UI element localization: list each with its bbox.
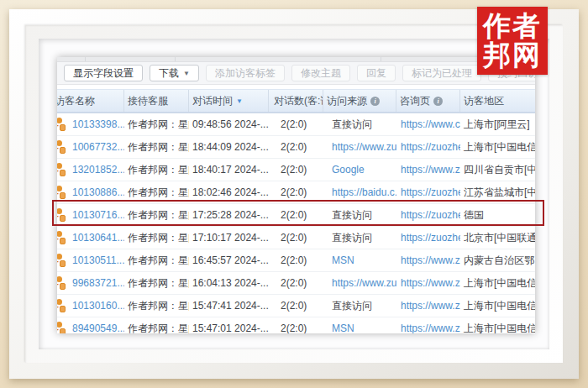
add-visitor-icon[interactable]: + [57,186,66,200]
toolbar-add-visitor-tag-button[interactable]: 添加访客标签 [206,65,285,81]
table-row[interactable]: + 10133398... 作者邦网：星阑 09:48:56 2024-... … [57,113,535,136]
add-visitor-icon[interactable]: + [57,276,66,291]
visit-source-cell: MSN [323,254,396,266]
table-row[interactable]: + 10067732... 作者邦网：星阑 18:44:09 2024-... … [57,136,535,159]
avatar-body [60,147,66,154]
sort-desc-icon[interactable]: ▼ [236,97,243,105]
add-visitor-icon[interactable]: + [57,299,66,313]
message-count-cell: 2(2:0) [269,232,323,244]
consult-page-link[interactable]: https://www.zu... [401,277,460,289]
agent-cell: 作者邦网：星阑 [124,254,189,268]
visit-source-cell: Google [323,164,396,176]
visitor-name-cell: + 10130511... [57,254,124,268]
consult-page-link[interactable]: https://zuozhe... [401,141,460,153]
table-row[interactable]: + 10130641... 作者邦网：星阑 17:10:17 2024-... … [57,227,535,249]
visit-source-value[interactable]: Google [332,164,365,176]
caret-down-icon: ▼ [183,70,190,77]
visit-source-value[interactable]: MSN [332,322,354,333]
chat-time-cell: 16:45:57 2024-... [189,254,269,266]
toolbar-download-button[interactable]: 下载▼ [150,65,199,81]
visit-source-cell: https://www.zu... [323,141,396,153]
avatar-body [60,238,66,244]
consult-page-link[interactable]: https://www.zu... [401,254,460,266]
info-icon[interactable]: i [370,97,380,106]
column-label: 接待客服 [128,94,168,108]
consult-page-link[interactable]: https://zuozhe... [401,232,460,244]
consult-page-link[interactable]: https://zuozhe... [401,186,460,198]
visit-source-value[interactable]: https://baidu.c... [332,186,396,198]
visitor-id-link[interactable]: 10133398... [72,118,124,130]
visitor-name-cell: + 10067732... [57,140,124,155]
visitor-id-link[interactable]: 13201852... [72,164,124,176]
column-label: 咨询页 [400,94,430,108]
visit-source-value[interactable]: MSN [332,254,354,266]
consult-page-link[interactable]: https://www.ch... [401,118,460,130]
toolbar: 显示字段设置下载▼添加访客标签修改主题回复标记为已处理预约回访删除 [57,62,535,85]
chat-time-cell: 17:10:17 2024-... [189,232,269,244]
add-visitor-icon[interactable]: + [57,140,66,155]
visitor-id-link[interactable]: 10130716... [72,209,124,221]
message-count-cell: 2(2:0) [269,141,323,153]
add-visitor-icon[interactable]: + [57,163,66,177]
visit-source-value[interactable]: https://www.zu... [332,141,396,153]
agent-cell: 作者邦网：星阑 [124,140,189,155]
visitor-id-link[interactable]: 10130641... [72,232,124,244]
add-visitor-icon[interactable]: + [57,254,66,268]
visitor-id-link[interactable]: 10130886... [72,186,124,198]
avatar-body [60,192,66,199]
toolbar-modify-theme-button[interactable]: 修改主题 [291,65,350,81]
table-row[interactable]: + 10130160... 作者邦网：星阑 15:47:41 2024-... … [57,295,535,317]
agent-cell: 作者邦网：星阑 [124,163,189,177]
visitor-region-cell: 德国 [460,208,535,223]
consult-page-link[interactable]: https://zuozhe... [401,209,460,221]
avatar-body [60,260,66,267]
consult-page-link[interactable]: https://www.zu... [401,164,460,176]
table-body: + 10133398... 作者邦网：星阑 09:48:56 2024-... … [57,113,535,333]
chat-time-cell: 18:44:09 2024-... [189,141,269,153]
agent-cell: 作者邦网：星阑 [124,118,189,132]
brand-logo: 作者 邦网 [477,7,548,75]
visitor-region-cell: 上海市[中国电信 [460,322,535,334]
visit-source-cell: https://baidu.c... [323,186,396,198]
agent-cell: 作者邦网：星阑 [124,231,189,245]
consult-page-cell: https://www.zu... [396,300,460,312]
visitor-id-link[interactable]: 89490549... [72,322,124,333]
visit-source-cell: https://www.zu... [323,277,396,289]
column-label: 对话时间 [192,94,233,108]
visitor-name-cell: + 10130716... [57,208,124,223]
info-icon[interactable]: i [433,97,443,106]
visit-source-value: 直接访问 [332,232,372,244]
column-label: 对话数(客:访) [274,94,323,108]
chat-time-cell: 17:25:28 2024-... [189,209,269,221]
table-row[interactable]: + 99683721... 作者邦网：星阑 16:04:13 2024-... … [57,272,535,295]
consult-page-link[interactable]: https://www.zu... [401,300,460,312]
plus-glyph: + [57,302,59,312]
table-row[interactable]: + 13201852... 作者邦网：星阑 18:40:17 2024-... … [57,159,535,181]
plus-glyph: + [57,189,59,199]
visitor-id-link[interactable]: 10130160... [72,300,124,312]
add-visitor-icon[interactable]: + [57,118,66,132]
column-label: 访客地区 [464,94,504,108]
consult-page-cell: https://www.zu... [396,322,460,333]
column-header-agent: 接待客服 [124,90,189,112]
consult-page-cell: https://zuozhe... [396,232,460,244]
toolbar-mark-processed-button[interactable]: 标记为已处理 [402,65,481,81]
column-header-chat-time[interactable]: 对话时间 ▼ [189,90,269,112]
add-visitor-icon[interactable]: + [57,231,66,245]
consult-page-link[interactable]: https://www.zu... [401,322,460,333]
add-visitor-icon[interactable]: + [57,208,66,223]
table-row[interactable]: + 10130511... 作者邦网：星阑 16:45:57 2024-... … [57,249,535,272]
visitor-id-link[interactable]: 99683721... [72,277,124,289]
visit-source-value[interactable]: https://www.zu... [332,277,396,289]
table-row[interactable]: + 89490549... 作者邦网：星阑 15:47:01 2024-... … [57,317,535,333]
table-row[interactable]: + 10130716... 作者邦网：星阑 17:25:28 2024-... … [57,204,535,227]
visitor-region-cell: 上海市[中国电信 [460,299,535,313]
visitor-id-link[interactable]: 10067732... [72,141,124,153]
add-visitor-icon[interactable]: + [57,322,66,334]
visitor-id-link[interactable]: 10130511... [72,254,124,266]
toolbar-reply-button[interactable]: 回复 [357,65,396,81]
table-header: 访客名称 接待客服 对话时间 ▼ 对话数(客:访) 访问来源 i 咨询页 i 访… [57,89,535,113]
toolbar-show-field-settings-button[interactable]: 显示字段设置 [64,65,143,81]
table-row[interactable]: + 10130886... 作者邦网：星阑 18:02:46 2024-... … [57,181,535,204]
visit-source-cell: 直接访问 [323,208,396,223]
